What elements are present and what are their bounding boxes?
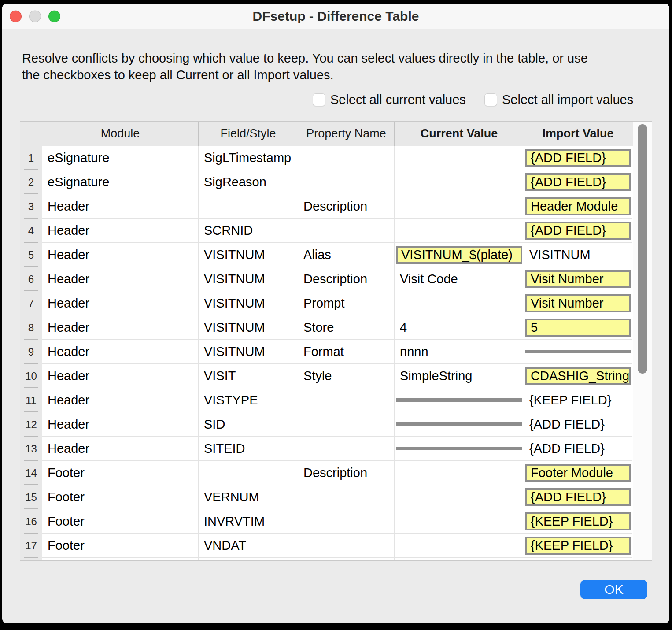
cell-current-value[interactable] [395, 509, 524, 534]
selected-value-box[interactable] [525, 350, 631, 353]
cell-field-style: VISITNUM [199, 315, 298, 340]
cell-property-name [298, 219, 395, 243]
cell-property-name [298, 437, 395, 461]
row-number: 14 [20, 461, 42, 485]
cell-import-value[interactable]: {ADD FIELD} [524, 485, 632, 509]
cell-current-value[interactable] [395, 412, 524, 437]
cell-field-style: INVRVTIM [199, 509, 298, 534]
row-number: 12 [20, 412, 42, 437]
selected-value-box[interactable]: {KEEP FIELD} [525, 512, 631, 530]
selected-value-box[interactable]: CDASHIG_String [525, 367, 631, 385]
ok-button[interactable]: OK [580, 580, 647, 599]
value-text: {KEEP FIELD} [524, 393, 611, 408]
value-text: 4 [395, 320, 407, 335]
cell-import-value[interactable]: {ADD FIELD} [524, 437, 632, 461]
selected-value-box[interactable] [396, 422, 522, 426]
selected-value-box[interactable]: Footer Module [525, 464, 631, 482]
cell-current-value[interactable] [395, 146, 524, 170]
zoom-window-icon[interactable] [48, 10, 60, 22]
cell-current-value[interactable] [395, 558, 524, 561]
vertical-scrollbar-thumb[interactable] [638, 124, 647, 374]
difference-table: Module Field/Style Property Name Current… [20, 121, 652, 561]
select-all-current-checkbox[interactable] [313, 93, 325, 106]
cell-import-value[interactable]: Footer Module [524, 461, 632, 485]
selected-value-box[interactable]: {ADD FIELD} [525, 488, 631, 506]
row-number: 6 [20, 267, 42, 291]
cell-import-value[interactable]: {ADD FIELD} [524, 146, 632, 170]
cell-property-name [298, 388, 395, 412]
selected-value-box[interactable]: {ADD FIELD} [525, 149, 631, 167]
selected-value-box[interactable]: 5 [525, 319, 631, 337]
selected-value-box[interactable]: Visit Number [525, 294, 631, 312]
cell-property-name [298, 534, 395, 558]
row-number: 13 [20, 437, 42, 461]
cell-import-value[interactable]: {ADD FIELD} [524, 219, 632, 243]
header-property-name: Property Name [298, 122, 395, 146]
cell-property-name [298, 558, 395, 561]
dialog-window: DFsetup - Difference Table Resolve confl… [2, 4, 669, 623]
cell-field-style: VISITNUM [199, 291, 298, 315]
row-number: 1 [20, 146, 42, 170]
cell-current-value[interactable] [395, 534, 524, 558]
cell-module: Header [42, 388, 199, 412]
cell-import-value[interactable]: Visit Number [524, 291, 632, 315]
cell-current-value[interactable]: Visit Code [395, 267, 524, 291]
cell-import-value[interactable]: {KEEP FIELD} [524, 534, 632, 558]
cell-import-value[interactable]: VISITNUM [524, 243, 632, 267]
header-import-value: Import Value [524, 122, 632, 146]
selected-value-box[interactable]: VISITNUM_$(plate) [396, 246, 522, 264]
cell-current-value[interactable] [395, 461, 524, 485]
cell-property-name: Style [298, 364, 395, 388]
cell-current-value[interactable] [395, 388, 524, 412]
row-number: 7 [20, 291, 42, 315]
cell-current-value[interactable] [395, 219, 524, 243]
selected-value-box[interactable]: Visit Number [525, 270, 631, 288]
cell-current-value[interactable]: SimpleString [395, 364, 524, 388]
selected-value-box[interactable]: {ADD FIELD} [525, 222, 631, 240]
title-bar: DFsetup - Difference Table [2, 4, 669, 29]
cell-current-value[interactable] [395, 291, 524, 315]
cell-import-value[interactable]: {KEEP FIELD} [524, 388, 632, 412]
table-row: 10HeaderVISITStyleSimpleStringCDASHIG_St… [20, 364, 652, 388]
cell-module: Header [42, 437, 199, 461]
cell-import-value[interactable]: 5 [524, 315, 632, 340]
cell-current-value[interactable] [395, 170, 524, 194]
cell-import-value[interactable] [524, 558, 632, 561]
table-header-row: Module Field/Style Property Name Current… [20, 122, 652, 146]
cell-current-value[interactable]: 4 [395, 315, 524, 340]
cell-import-value[interactable]: {ADD FIELD} [524, 412, 632, 437]
selected-value-box[interactable] [396, 447, 522, 450]
cell-current-value[interactable] [395, 437, 524, 461]
cell-current-value[interactable] [395, 485, 524, 509]
cell-module: eSignature [42, 170, 199, 194]
cell-field-style: SigLTimestamp [199, 146, 298, 170]
value-text: {ADD FIELD} [524, 441, 605, 456]
cell-current-value[interactable]: VISITNUM_$(plate) [395, 243, 524, 267]
cell-import-value[interactable] [524, 340, 632, 364]
selected-value-box[interactable]: Header Module [525, 197, 631, 215]
instructions-text: Resolve conflicts by choosing which valu… [22, 50, 647, 83]
select-all-import-checkbox[interactable] [484, 93, 497, 106]
cell-property-name [298, 170, 395, 194]
close-window-icon[interactable] [10, 10, 22, 22]
cell-current-value[interactable] [395, 194, 524, 219]
selected-value-box[interactable] [396, 398, 522, 402]
minimize-window-icon[interactable] [29, 10, 41, 22]
cell-import-value[interactable]: Header Module [524, 194, 632, 219]
cell-module: eSignature [42, 146, 199, 170]
vertical-scrollbar-track[interactable] [633, 122, 652, 560]
cell-current-value[interactable]: nnnn [395, 340, 524, 364]
cell-import-value[interactable]: Visit Number [524, 267, 632, 291]
cell-module: Header [42, 340, 199, 364]
cell-field-style: VISITNUM [199, 243, 298, 267]
cell-import-value[interactable]: {KEEP FIELD} [524, 509, 632, 534]
cell-import-value[interactable]: CDASHIG_String [524, 364, 632, 388]
value-text: nnnn [395, 345, 428, 359]
cell-module: Header [42, 219, 199, 243]
header-field-style: Field/Style [199, 122, 298, 146]
cell-import-value[interactable]: {ADD FIELD} [524, 170, 632, 194]
selected-value-box[interactable]: {KEEP FIELD} [525, 537, 631, 555]
table-row: 2eSignatureSigReason{ADD FIELD} [20, 170, 652, 194]
row-number: 4 [20, 219, 42, 243]
selected-value-box[interactable]: {ADD FIELD} [525, 173, 631, 191]
